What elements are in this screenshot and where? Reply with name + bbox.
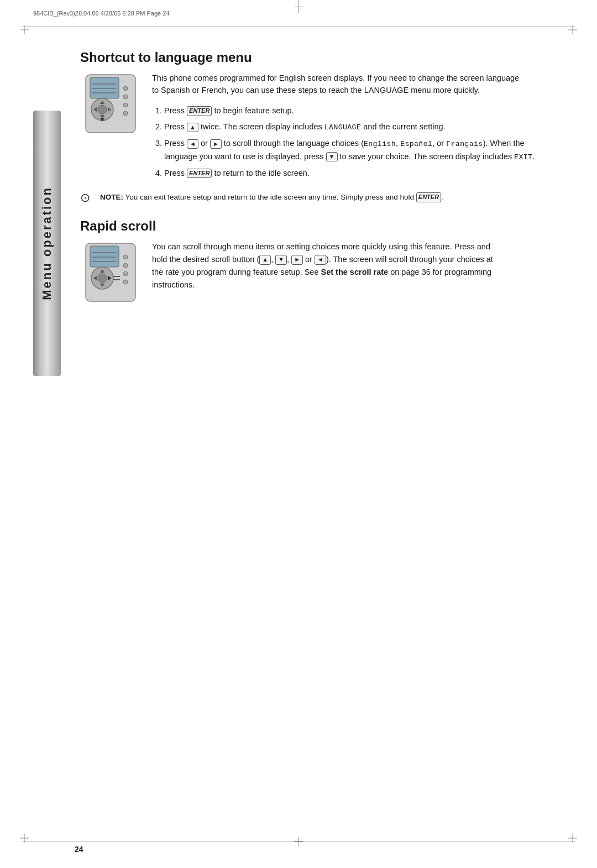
step-2: Press ▲ twice. The screen display includ… (164, 121, 553, 134)
shortcut-steps-list: Press ENTER to begin feature setup. Pres… (152, 104, 553, 180)
note-body: You can exit feature setup and return to… (125, 193, 443, 201)
english-mono: English (364, 140, 396, 148)
svg-point-12 (123, 95, 128, 99)
crosshair-bl (20, 834, 29, 843)
rapid-down-arrow: ▼ (275, 255, 287, 264)
sidebar-tab-label: Menu operation (40, 186, 54, 300)
phone-image-2 (80, 240, 141, 304)
svg-rect-1 (90, 77, 119, 98)
svg-point-6 (98, 105, 107, 114)
step-4: Press ENTER to return to the idle screen… (164, 167, 553, 180)
shortcut-two-col: This phone comes programmed for English … (80, 72, 553, 183)
left-arrow-1: ◄ (187, 139, 198, 149)
enter-key-2: ENTER (187, 169, 212, 178)
crosshair-tl (20, 25, 29, 34)
rapid-scroll-section: Rapid scroll (80, 218, 553, 304)
exit-mono: EXIT (514, 153, 532, 161)
phone-image-1 (80, 72, 141, 135)
note-icon: ⊙ (80, 191, 96, 205)
page-border-top (22, 27, 575, 27)
down-arrow-1: ▼ (326, 152, 338, 161)
crosshair-tr (568, 25, 577, 34)
svg-point-14 (123, 111, 128, 116)
right-arrow-1: ► (210, 139, 222, 149)
svg-point-30 (123, 280, 128, 284)
enter-key-1: ENTER (187, 106, 212, 116)
enter-key-note: ENTER (416, 192, 441, 202)
crosshair-top-center (294, 0, 303, 13)
svg-point-27 (123, 255, 128, 259)
shortcut-intro: This phone comes programmed for English … (152, 72, 528, 97)
rapid-text: You can scroll through menu items or set… (152, 240, 495, 292)
main-content: Shortcut to language menu (75, 39, 564, 829)
page-header-meta: 984CIB_(Rev3)28.04.06 4/28/06 6:28 PM Pa… (33, 10, 169, 17)
rapid-right-arrow: ► (291, 255, 303, 264)
rapid-left-arrow: ◄ (315, 255, 326, 264)
svg-point-28 (123, 263, 128, 268)
rapid-up-arrow: ▲ (259, 255, 271, 264)
note-label: NOTE: (100, 193, 123, 201)
francais-mono: Français (446, 140, 483, 148)
svg-point-22 (98, 274, 107, 283)
svg-point-29 (123, 271, 128, 276)
svg-point-11 (123, 86, 128, 91)
rapid-title: Rapid scroll (80, 218, 553, 234)
sidebar-tab: Menu operation (33, 111, 61, 376)
espanol-mono: Español (400, 140, 432, 148)
steps-col-shortcut: This phone comes programmed for English … (152, 72, 553, 183)
svg-point-13 (123, 103, 128, 107)
scroll-rate-bold: Set the scroll rate (321, 268, 389, 276)
note-text: NOTE: You can exit feature setup and ret… (100, 192, 443, 203)
rapid-section-body: You can scroll through menu items or set… (80, 240, 553, 304)
svg-rect-17 (90, 246, 119, 267)
crosshair-bottom-center (294, 837, 303, 846)
page-number: 24 (75, 845, 83, 854)
language-mono-1: LANGUAGE (324, 123, 361, 132)
crosshair-br (568, 834, 577, 843)
step-3: Press ◄ or ► to scroll through the langu… (164, 137, 553, 164)
step-1: Press ENTER to begin feature setup. (164, 104, 553, 117)
note-box: ⊙ NOTE: You can exit feature setup and r… (80, 192, 445, 205)
shortcut-title: Shortcut to language menu (80, 50, 553, 65)
shortcut-section: Shortcut to language menu (80, 50, 553, 205)
up-arrow-1: ▲ (187, 123, 198, 132)
